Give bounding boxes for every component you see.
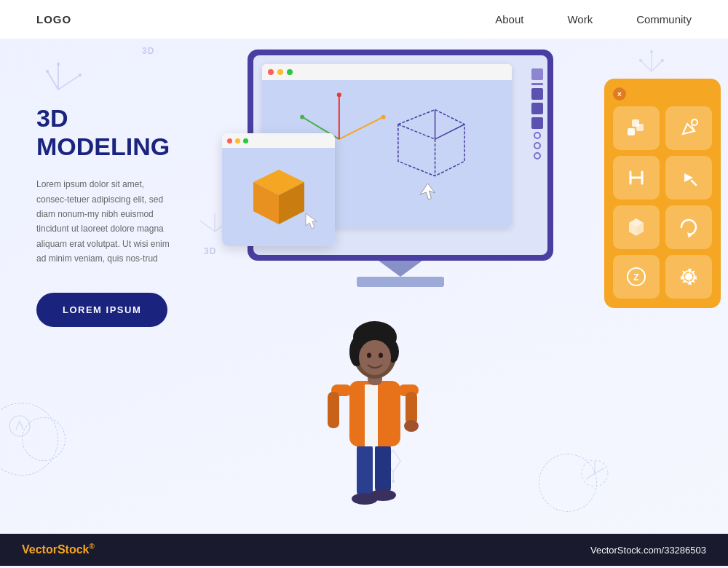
footer: VectorStock® VectorStock.com/33286503 bbox=[0, 534, 728, 566]
yellow-cell-4[interactable] bbox=[665, 156, 712, 200]
browser-dot-red bbox=[268, 69, 274, 75]
svg-rect-38 bbox=[357, 443, 373, 497]
h-icon bbox=[626, 167, 646, 188]
logo: LOGO bbox=[36, 13, 71, 25]
monitor-toolbar bbox=[531, 68, 543, 159]
browser-dot-green bbox=[287, 69, 293, 75]
toolbar-divider bbox=[531, 83, 543, 85]
yellow-cell-3[interactable] bbox=[613, 156, 660, 200]
footer-logo-symbol: ® bbox=[89, 543, 94, 551]
svg-marker-28 bbox=[398, 110, 464, 176]
yellow-cell-5[interactable] bbox=[613, 205, 660, 249]
rotate-icon bbox=[678, 216, 700, 238]
svg-point-54 bbox=[359, 340, 391, 375]
svg-point-27 bbox=[337, 92, 341, 97]
svg-marker-37 bbox=[306, 213, 317, 229]
floating-panel bbox=[222, 133, 335, 246]
browser-dot-yellow bbox=[277, 69, 283, 75]
monitor-stand bbox=[248, 261, 553, 287]
svg-text:Z: Z bbox=[633, 272, 638, 283]
yellow-cell-6[interactable] bbox=[665, 205, 712, 249]
main-area: 3D 3D 3D 3D bbox=[0, 39, 728, 534]
svg-point-25 bbox=[381, 115, 386, 119]
nav-community[interactable]: Community bbox=[636, 13, 692, 25]
svg-point-56 bbox=[379, 353, 383, 358]
select-arrow-icon bbox=[678, 167, 699, 188]
nav-work[interactable]: Work bbox=[567, 13, 593, 25]
floating-content bbox=[222, 148, 335, 246]
nav: About Work Community bbox=[495, 13, 692, 25]
svg-point-41 bbox=[370, 489, 396, 501]
yellow-icon-grid: Z bbox=[613, 106, 712, 299]
body-text: Lorem ipsum dolor sit amet, consec-tetue… bbox=[36, 177, 175, 266]
svg-rect-47 bbox=[405, 392, 417, 425]
toolbar-btn-4 bbox=[531, 117, 543, 129]
yellow-cell-7[interactable]: Z bbox=[613, 255, 660, 299]
floating-dot-red bbox=[227, 138, 232, 143]
svg-rect-59 bbox=[632, 119, 639, 127]
toolbar-btn-3 bbox=[531, 103, 543, 114]
person-illustration bbox=[317, 301, 433, 534]
stand-neck bbox=[379, 261, 422, 277]
stand-base bbox=[357, 277, 444, 287]
svg-point-55 bbox=[367, 353, 371, 358]
svg-rect-39 bbox=[375, 443, 391, 494]
svg-line-29 bbox=[398, 125, 435, 139]
toolbar-btn-1 bbox=[531, 68, 543, 80]
cube-icon bbox=[625, 216, 647, 238]
header: LOGO About Work Community bbox=[0, 0, 728, 39]
svg-line-22 bbox=[339, 117, 384, 139]
yellow-close-btn[interactable]: × bbox=[613, 87, 626, 100]
yellow-cell-8[interactable] bbox=[665, 255, 712, 299]
footer-logo: VectorStock® bbox=[22, 543, 95, 556]
browser-bar bbox=[262, 64, 512, 80]
yellow-cell-2[interactable] bbox=[665, 106, 712, 150]
illustration-area: × bbox=[211, 39, 728, 534]
svg-point-26 bbox=[300, 115, 304, 119]
floating-dot-green bbox=[243, 138, 248, 143]
page-title: 3D MODELING bbox=[36, 104, 175, 161]
svg-rect-43 bbox=[365, 384, 378, 446]
svg-line-31 bbox=[435, 125, 465, 139]
svg-rect-45 bbox=[328, 392, 339, 428]
toolbar-btn-5 bbox=[534, 132, 541, 139]
toolbar-btn-6 bbox=[534, 142, 541, 149]
z-circle-icon: Z bbox=[625, 266, 647, 288]
gear-icon bbox=[678, 266, 700, 288]
svg-rect-57 bbox=[628, 128, 635, 135]
footer-logo-text: VectorStock bbox=[22, 544, 89, 556]
svg-point-60 bbox=[692, 119, 697, 125]
cta-button[interactable]: LOREM IPSUM bbox=[36, 293, 167, 327]
floating-dot-yellow bbox=[235, 138, 240, 143]
left-panel: 3D MODELING Lorem ipsum dolor sit amet, … bbox=[0, 39, 211, 534]
pen-tool-icon bbox=[677, 117, 700, 140]
toolbar-btn-7 bbox=[534, 152, 541, 159]
svg-point-48 bbox=[404, 420, 419, 432]
footer-url: VectorStock.com/33286503 bbox=[590, 545, 706, 556]
svg-marker-33 bbox=[420, 184, 435, 200]
yellow-panel-header: × bbox=[613, 87, 712, 100]
svg-point-75 bbox=[686, 274, 692, 280]
yellow-cell-1[interactable] bbox=[613, 106, 660, 150]
svg-line-66 bbox=[692, 181, 696, 185]
nav-about[interactable]: About bbox=[495, 13, 523, 25]
yellow-panel: × bbox=[604, 79, 721, 308]
floating-bar bbox=[222, 133, 335, 148]
toolbar-btn-2 bbox=[531, 88, 543, 100]
arrow-cursor bbox=[302, 210, 324, 232]
blocks-icon bbox=[625, 117, 648, 140]
cube-svg bbox=[246, 166, 312, 228]
person-svg bbox=[317, 301, 433, 526]
